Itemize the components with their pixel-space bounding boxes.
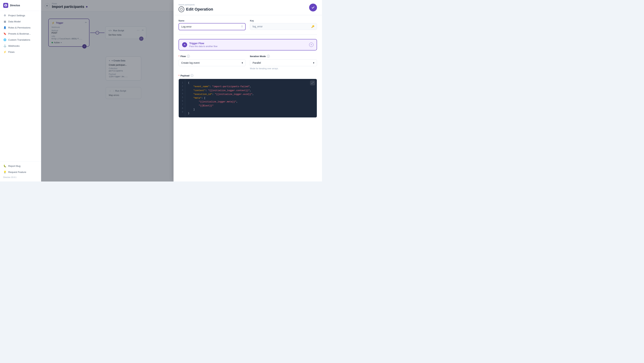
sidebar-item-flows[interactable]: ⚡ Flows bbox=[0, 49, 41, 55]
code-line-3: "context": "{{initialize_logger.context}… bbox=[188, 89, 314, 93]
key-input: log_error 🔑 bbox=[250, 23, 317, 30]
flow-label: Flow bbox=[180, 55, 186, 58]
sidebar-label-presets: Presets & Bookmar... bbox=[8, 33, 31, 35]
flow-iteration-row: * Flow i Create log event ▾ Iteration Mo… bbox=[178, 55, 317, 70]
code-line-4: "execution_id": "{{initialize_logger.uui… bbox=[188, 93, 314, 96]
payload-section-label: * Payload i bbox=[178, 74, 317, 77]
flow-field-group: * Flow i Create log event ▾ bbox=[178, 55, 246, 70]
sidebar-item-report-bug[interactable]: 🐛 Report Bug bbox=[0, 163, 41, 169]
trigger-flow-card: Trigger Flow Pass this data to another f… bbox=[178, 39, 317, 51]
iteration-info-icon[interactable]: i bbox=[267, 55, 270, 58]
roles-icon: 👤 bbox=[3, 26, 6, 29]
name-field-group: Name Log error T bbox=[178, 20, 246, 30]
code-line-9: } bbox=[188, 112, 314, 115]
name-input-value: Log error bbox=[182, 25, 192, 28]
sidebar-label-data-model: Data Model bbox=[8, 20, 20, 23]
iteration-select[interactable]: Parallel ▾ bbox=[250, 60, 317, 66]
svg-line-4 bbox=[312, 83, 312, 84]
name-input-icon: T bbox=[241, 25, 243, 28]
name-key-row: Name Log error T Key log_error 🔑 bbox=[178, 20, 317, 30]
save-button[interactable] bbox=[309, 4, 317, 12]
data-model-icon: ▦ bbox=[3, 20, 6, 23]
sidebar-label-webhooks: Webhooks bbox=[8, 45, 20, 47]
trigger-flow-icon bbox=[182, 42, 187, 47]
sidebar-item-custom-translations[interactable]: 🌐 Custom Translations bbox=[0, 37, 41, 43]
sidebar-label-flows: Flows bbox=[8, 51, 14, 53]
bug-icon: 🐛 bbox=[3, 164, 6, 168]
form-divider bbox=[178, 35, 317, 35]
line-num-4: 4 bbox=[180, 92, 183, 96]
key-input-value: log_error bbox=[252, 25, 262, 28]
iteration-select-value: Parallel bbox=[252, 61, 261, 64]
edit-panel-body: Name Log error T Key log_error 🔑 bbox=[174, 15, 322, 182]
trigger-flow-close-button[interactable]: × bbox=[309, 43, 314, 47]
sidebar-version: Directus 10.6.1 bbox=[0, 175, 41, 179]
key-field-group: Key log_error 🔑 bbox=[250, 20, 317, 30]
line-num-5: 5 bbox=[180, 96, 183, 99]
settings-icon: ⚙ bbox=[3, 14, 6, 17]
code-toolbar bbox=[310, 80, 315, 85]
line-num-8: 8 bbox=[180, 107, 183, 110]
edit-panel-header: Import participants Edit Operation bbox=[174, 0, 322, 15]
sidebar-item-roles-permissions[interactable]: 👤 Roles & Permissions bbox=[0, 25, 41, 31]
code-line-5: "meta": [ bbox=[188, 96, 314, 100]
sidebar-item-project-settings[interactable]: ⚙ Project Settings bbox=[0, 12, 41, 19]
line-num-9: 9 bbox=[180, 110, 183, 114]
iteration-mode-group: Iteration Mode i Parallel ▾ Mode for ite… bbox=[250, 55, 317, 70]
edit-panel-title-area: Import participants Edit Operation bbox=[178, 4, 213, 12]
code-line-6: "{{initialize_logger.meta}}", bbox=[188, 100, 314, 104]
iteration-dropdown-icon: ▾ bbox=[313, 61, 314, 64]
sidebar-nav: ⚙ Project Settings ▦ Data Model 👤 Roles … bbox=[0, 11, 41, 161]
sidebar-title: Directus bbox=[10, 4, 20, 7]
iteration-section-label: Iteration Mode i bbox=[250, 55, 317, 58]
payload-required-indicator: * bbox=[178, 74, 180, 77]
sidebar-label-report-bug: Report Bug bbox=[8, 165, 20, 167]
name-label: Name bbox=[178, 20, 246, 22]
line-num-1: 1 bbox=[180, 81, 183, 85]
svg-line-3 bbox=[313, 82, 314, 83]
sidebar: Directus ⚙ Project Settings ▦ Data Model… bbox=[0, 0, 41, 182]
trigger-flow-info: Trigger Flow Pass this data to another f… bbox=[182, 42, 217, 48]
iteration-label: Iteration Mode bbox=[250, 55, 266, 58]
code-content[interactable]: { "event_name": "import-participants-fai… bbox=[185, 79, 317, 117]
code-line-8: ] bbox=[188, 108, 314, 112]
sidebar-item-request-feature[interactable]: 💡 Request Feature bbox=[0, 169, 41, 175]
flow-required-indicator: * bbox=[178, 55, 180, 58]
webhook-icon: ⚓ bbox=[3, 44, 6, 48]
sidebar-item-presets-bookmarks[interactable]: 🔖 Presets & Bookmar... bbox=[0, 31, 41, 37]
key-input-icon: 🔑 bbox=[311, 25, 314, 28]
code-line-1: { bbox=[188, 81, 314, 85]
edit-operation-icon bbox=[178, 7, 184, 12]
sidebar-item-data-model[interactable]: ▦ Data Model bbox=[0, 19, 41, 25]
translate-icon: 🌐 bbox=[3, 38, 6, 41]
sidebar-header: Directus bbox=[0, 0, 41, 11]
flows-icon: ⚡ bbox=[3, 50, 6, 54]
line-num-7: 7 bbox=[180, 103, 183, 107]
content-area: Flows Import participants × ⚡ Trigger ✏ bbox=[41, 0, 322, 182]
line-num-3: 3 bbox=[180, 88, 183, 92]
code-expand-button[interactable] bbox=[310, 80, 315, 85]
line-num-6: 6 bbox=[180, 99, 183, 103]
edit-panel-title: Edit Operation bbox=[178, 7, 213, 12]
app-logo[interactable] bbox=[3, 3, 8, 8]
sidebar-bottom: 🐛 Report Bug 💡 Request Feature Directus … bbox=[0, 161, 41, 182]
trigger-flow-title: Trigger Flow bbox=[189, 42, 217, 45]
bookmark-icon: 🔖 bbox=[3, 32, 6, 35]
code-editor[interactable]: 1 2 3 4 5 6 7 8 9 { "event_name": "impor… bbox=[178, 79, 317, 118]
iteration-hint: Mode for iterating over arrays. bbox=[250, 67, 317, 70]
name-input[interactable]: Log error T bbox=[178, 23, 246, 30]
code-line-2: "event_name": "import-participants-faile… bbox=[188, 85, 314, 89]
flow-select-value: Create log event bbox=[181, 61, 200, 64]
sidebar-item-webhooks[interactable]: ⚓ Webhooks bbox=[0, 43, 41, 49]
line-num-2: 2 bbox=[180, 85, 183, 88]
payload-label: Payload bbox=[180, 74, 190, 77]
sidebar-label-project-settings: Project Settings bbox=[8, 14, 25, 17]
edit-panel-title-text: Edit Operation bbox=[186, 7, 213, 12]
payload-info-icon[interactable]: i bbox=[190, 74, 194, 77]
code-lines: 1 2 3 4 5 6 7 8 9 { "event_name": "impor… bbox=[179, 79, 317, 117]
flow-select[interactable]: Create log event ▾ bbox=[178, 60, 246, 66]
edit-panel-breadcrumb: Import participants bbox=[178, 4, 213, 6]
line-numbers: 1 2 3 4 5 6 7 8 9 bbox=[179, 79, 185, 117]
flow-dropdown-icon: ▾ bbox=[242, 61, 243, 64]
flow-info-icon[interactable]: i bbox=[187, 55, 190, 58]
